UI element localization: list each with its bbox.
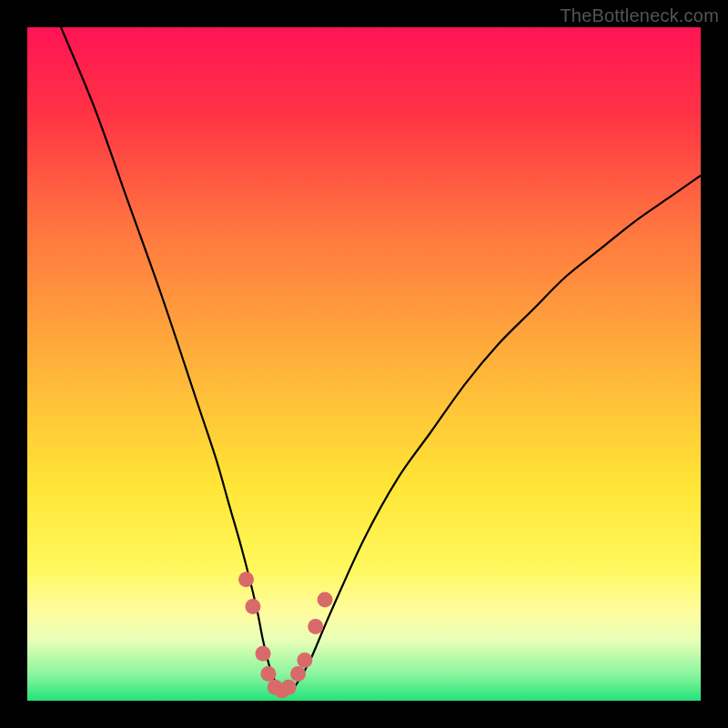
marker-point — [245, 599, 260, 614]
watermark-text: TheBottleneck.com — [560, 5, 719, 26]
plot-area — [27, 27, 701, 701]
bottleneck-curve — [61, 27, 701, 692]
marker-point — [290, 666, 306, 682]
marker-point — [318, 592, 333, 608]
marker-point — [256, 646, 271, 662]
marker-point — [260, 666, 276, 682]
chart-container: TheBottleneck.com — [0, 0, 728, 728]
chart-svg — [27, 27, 701, 701]
marker-point — [281, 680, 297, 695]
marker-point — [297, 652, 312, 668]
marker-point — [308, 619, 323, 634]
marker-point — [238, 571, 254, 587]
